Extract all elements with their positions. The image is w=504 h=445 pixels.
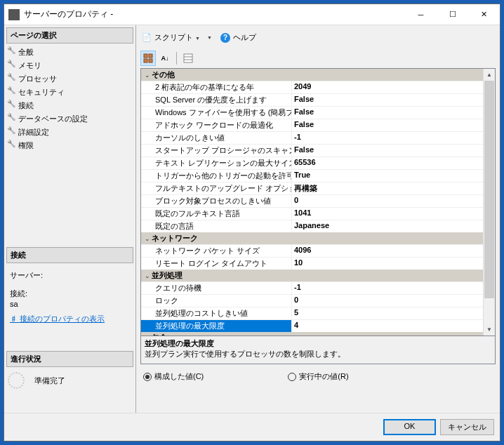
chevron-down-icon[interactable]: ⌄ xyxy=(143,335,152,337)
page-item-3[interactable]: セキュリティ xyxy=(4,86,135,99)
property-value[interactable]: -1 xyxy=(292,282,495,294)
property-value[interactable]: False xyxy=(292,107,495,119)
page-select-header: ページの選択 xyxy=(6,27,133,44)
property-key: ブロック対象プロセスのしきい値 xyxy=(141,195,292,207)
property-row[interactable]: テキスト レプリケーションの最大サイズ65536 xyxy=(141,157,495,169)
property-row[interactable]: 並列処理のコストしきい値5 xyxy=(141,307,495,319)
property-key: 並列処理の最大限度 xyxy=(141,320,292,332)
property-value[interactable]: 再構築 xyxy=(292,182,495,194)
property-row[interactable]: 既定のフルテキスト言語1041 xyxy=(141,207,495,220)
view-connection-props-link[interactable]: ♯ 接続のプロパティの表示 xyxy=(6,312,133,326)
ok-button[interactable]: OK xyxy=(383,419,436,435)
property-value[interactable]: False xyxy=(292,145,495,157)
property-value[interactable]: -1 xyxy=(292,132,495,144)
dropdown-arrow-icon[interactable]: ▼ xyxy=(207,35,212,40)
page-item-2[interactable]: プロセッサ xyxy=(4,72,135,86)
property-value[interactable]: 65536 xyxy=(292,157,495,169)
radio-icon xyxy=(143,373,152,381)
categorized-button[interactable] xyxy=(140,51,156,66)
configured-label: 構成した値(C) xyxy=(154,371,204,382)
svg-rect-0 xyxy=(144,54,147,58)
property-value[interactable]: 1041 xyxy=(292,208,495,220)
scroll-thumb[interactable] xyxy=(484,81,494,298)
page-list: 全般メモリプロセッサセキュリティ接続データベースの設定詳細設定権限 xyxy=(4,46,135,152)
property-row[interactable]: スタートアップ プロシージャのスキャンFalse xyxy=(141,144,495,157)
property-value[interactable]: False xyxy=(292,94,495,106)
page-item-6[interactable]: 詳細設定 xyxy=(4,126,135,139)
scrollbar[interactable]: ▲ ▼ xyxy=(483,69,495,336)
property-key: Windows ファイバーを使用する (簡易プーリン xyxy=(141,107,292,119)
help-icon[interactable]: ? xyxy=(220,33,230,43)
svg-rect-1 xyxy=(149,54,152,58)
property-key: スタートアップ プロシージャのスキャン xyxy=(141,145,292,157)
page-item-1[interactable]: メモリ xyxy=(4,59,135,72)
property-row[interactable]: 並列処理の最大限度 xyxy=(141,319,495,332)
script-dropdown[interactable]: スクリプト ▼ xyxy=(154,32,200,43)
svg-rect-3 xyxy=(149,59,152,62)
property-row[interactable]: ネットワーク パケット サイズ4096 xyxy=(141,244,495,257)
chevron-down-icon[interactable]: ⌄ xyxy=(143,272,152,279)
property-row[interactable]: SQL Server の優先度を上げますFalse xyxy=(141,93,495,106)
svg-rect-2 xyxy=(144,59,147,62)
titlebar[interactable]: サーバーのプロパティ - ─ ☐ ✕ xyxy=(4,4,500,25)
property-value[interactable]: 5 xyxy=(292,307,495,319)
properties-button[interactable] xyxy=(180,51,196,66)
server-label: サーバー: xyxy=(6,267,133,281)
page-item-0[interactable]: 全般 xyxy=(4,46,135,59)
close-button[interactable]: ✕ xyxy=(468,4,500,25)
property-key: 2 桁表記の年の基準になる年 xyxy=(141,81,292,93)
property-row[interactable]: 2 桁表記の年の基準になる年2049 xyxy=(141,81,495,93)
property-key: クエリの待機 xyxy=(141,282,292,294)
property-value[interactable]: 0 xyxy=(292,195,495,207)
running-radio[interactable]: 実行中の値(R) xyxy=(288,371,348,382)
property-value[interactable]: True xyxy=(292,170,495,182)
category-ネットワーク[interactable]: ⌄ネットワーク xyxy=(141,232,495,244)
property-grid[interactable]: ⌄その他2 桁表記の年の基準になる年2049SQL Server の優先度を上げ… xyxy=(140,68,496,336)
separator xyxy=(176,52,177,65)
page-item-7[interactable]: 権限 xyxy=(4,139,135,152)
property-row[interactable]: アドホック ワークロードの最適化False xyxy=(141,119,495,131)
property-value[interactable]: 4096 xyxy=(292,245,495,257)
cancel-button[interactable]: キャンセル xyxy=(440,419,494,435)
property-row[interactable]: 既定の言語Japanese xyxy=(141,220,495,232)
property-value[interactable]: 0 xyxy=(292,295,495,307)
property-row[interactable]: Windows ファイバーを使用する (簡易プーリンFalse xyxy=(141,106,495,119)
scroll-up-icon[interactable]: ▲ xyxy=(484,69,495,81)
property-value[interactable]: Japanese xyxy=(292,220,495,232)
page-item-5[interactable]: データベースの設定 xyxy=(4,112,135,126)
configured-radio[interactable]: 構成した値(C) xyxy=(143,371,204,382)
maximize-button[interactable]: ☐ xyxy=(437,4,468,25)
chevron-down-icon[interactable]: ⌄ xyxy=(143,72,152,79)
connection-value: sa xyxy=(6,300,133,312)
property-row[interactable]: クエリの待機-1 xyxy=(141,281,495,294)
scroll-down-icon[interactable]: ▼ xyxy=(484,324,495,336)
radio-row: 構成した値(C) 実行中の値(R) xyxy=(140,364,496,389)
property-key: フルテキストのアップグレード オプション xyxy=(141,182,292,194)
property-value[interactable] xyxy=(292,320,495,332)
property-row[interactable]: トリガーから他のトリガーの起動を許可するTrue xyxy=(141,169,495,182)
page-item-4[interactable]: 接続 xyxy=(4,99,135,112)
property-key: ロック xyxy=(141,295,292,307)
property-row[interactable]: ブロック対象プロセスのしきい値0 xyxy=(141,194,495,207)
alphabetical-button[interactable]: A↓ xyxy=(157,51,173,66)
help-label[interactable]: ヘルプ xyxy=(233,32,256,43)
property-row[interactable]: ロック0 xyxy=(141,294,495,307)
property-input[interactable] xyxy=(294,321,483,329)
property-key: ネットワーク パケット サイズ xyxy=(141,245,292,257)
property-row[interactable]: カーソルのしきい値-1 xyxy=(141,131,495,144)
property-row[interactable]: フルテキストのアップグレード オプション再構築 xyxy=(141,182,495,194)
chevron-down-icon[interactable]: ⌄ xyxy=(143,235,152,242)
property-row[interactable]: リモート ログイン タイムアウト10 xyxy=(141,257,495,270)
property-value[interactable]: 2049 xyxy=(292,81,495,93)
category-並列処理[interactable]: ⌄並列処理 xyxy=(141,270,495,281)
toolbar: 📄 スクリプト ▼ ▼ ? ヘルプ xyxy=(140,29,496,48)
connection-label: 接続: xyxy=(6,286,133,300)
view-props-label: 接続のプロパティの表示 xyxy=(20,314,105,323)
property-value[interactable]: False xyxy=(292,119,495,131)
svg-rect-4 xyxy=(184,54,192,62)
property-key: テキスト レプリケーションの最大サイズ xyxy=(141,157,292,169)
category-包含[interactable]: ⌄包含 xyxy=(141,332,495,336)
minimize-button[interactable]: ─ xyxy=(405,4,437,25)
category-その他[interactable]: ⌄その他 xyxy=(141,69,495,81)
property-value[interactable]: 10 xyxy=(292,258,495,270)
